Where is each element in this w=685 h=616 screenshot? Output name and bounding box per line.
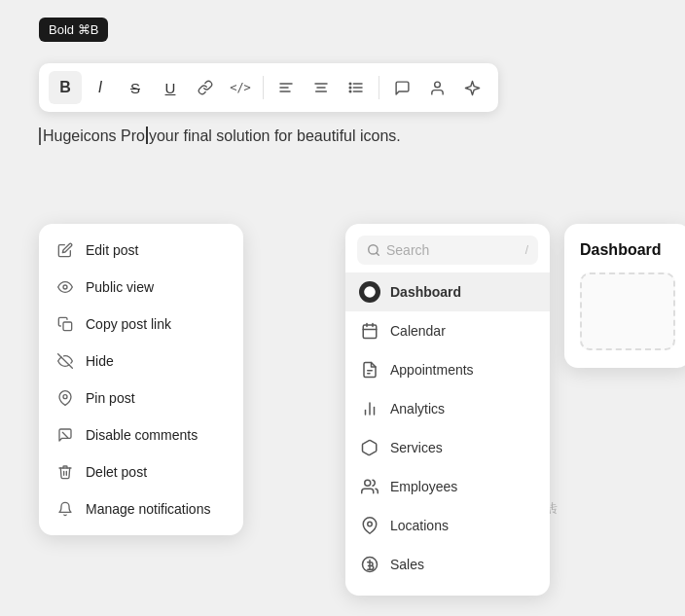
link-icon (198, 80, 213, 95)
sparkle-icon (464, 80, 481, 96)
svg-point-10 (349, 87, 351, 89)
context-item-disable-comments[interactable]: Disable comments (39, 417, 243, 453)
dashboard-title: Dashboard (580, 241, 675, 259)
italic-button[interactable]: I (84, 71, 117, 104)
divider-1 (263, 76, 264, 99)
dashboard-label: Dashboard (390, 284, 461, 300)
hide-icon (56, 352, 74, 370)
context-item-copy-link[interactable]: Copy post link (39, 306, 243, 343)
svg-line-17 (62, 432, 67, 437)
sidebar-item-employees[interactable]: Employees (345, 467, 550, 506)
ai-button[interactable] (455, 71, 488, 104)
align-center-button[interactable] (305, 71, 338, 104)
calendar-label: Calendar (390, 323, 446, 339)
svg-rect-21 (363, 325, 377, 339)
align-center-icon (313, 80, 329, 95)
context-item-delet-post[interactable]: Delet post (39, 453, 243, 490)
sidebar-item-appointments[interactable]: Appointments (345, 350, 550, 389)
svg-point-20 (364, 286, 376, 298)
hide-label: Hide (86, 353, 114, 369)
edit-icon (56, 241, 74, 259)
sales-label: Sales (390, 557, 424, 572)
search-bar[interactable]: Search / (357, 236, 538, 265)
analytics-icon (359, 398, 380, 419)
pin-icon (56, 389, 74, 407)
search-placeholder: Search (386, 242, 520, 258)
dashboard-preview: Dashboard (564, 224, 685, 368)
svg-point-12 (434, 82, 440, 88)
calendar-icon (359, 320, 380, 342)
search-icon (367, 243, 380, 257)
disable-comments-icon (56, 426, 74, 444)
svg-point-9 (349, 83, 351, 85)
sidebar-panel: Search / Dashboard Calendar (345, 224, 550, 596)
svg-rect-14 (63, 322, 72, 331)
employees-icon (359, 476, 380, 497)
edit-post-label: Edit post (86, 242, 138, 258)
formatting-toolbar: B I S U </> (39, 63, 498, 112)
tooltip-text: Bold ⌘B (49, 22, 98, 37)
appointments-label: Appointments (390, 362, 474, 378)
context-item-manage-notifications[interactable]: Manage notifications (39, 490, 243, 527)
user-icon (429, 80, 446, 96)
editor-text-before: Hugeicons Pro (43, 127, 145, 144)
editor-text-after: your final solution for beautiful icons. (149, 127, 401, 144)
bold-tooltip: Bold ⌘B (39, 18, 108, 42)
services-label: Services (390, 440, 443, 455)
services-icon (359, 437, 380, 458)
search-shortcut: / (525, 243, 528, 257)
comment-icon (394, 80, 411, 96)
align-left-icon (278, 80, 294, 95)
dashboard-icon (359, 281, 380, 303)
svg-point-30 (365, 480, 371, 486)
copy-icon (56, 315, 74, 333)
list-button[interactable] (340, 71, 373, 104)
context-item-public-view[interactable]: Public view (39, 269, 243, 306)
appointments-icon (359, 359, 380, 380)
dashboard-card (580, 272, 675, 350)
sidebar-item-dashboard[interactable]: Dashboard (345, 272, 550, 311)
divider-2 (379, 76, 379, 99)
underline-button[interactable]: U (154, 71, 187, 104)
public-view-label: Public view (86, 279, 154, 295)
sidebar-item-sales[interactable]: Sales (345, 545, 550, 584)
sidebar-item-services[interactable]: Services (345, 428, 550, 467)
delet-post-label: Delet post (86, 464, 147, 480)
sidebar-item-analytics[interactable]: Analytics (345, 389, 550, 428)
sales-icon (359, 554, 380, 575)
employees-label: Employees (390, 479, 457, 494)
context-menu: Edit post Public view Copy post link (39, 224, 243, 535)
align-left-button[interactable] (270, 71, 303, 104)
strikethrough-button[interactable]: S (119, 71, 152, 104)
context-item-edit-post[interactable]: Edit post (39, 232, 243, 269)
disable-comments-label: Disable comments (86, 427, 198, 443)
trash-icon (56, 463, 74, 481)
manage-notifications-label: Manage notifications (86, 501, 210, 517)
locations-icon (359, 515, 380, 536)
comment-button[interactable] (385, 71, 418, 104)
text-cursor (146, 127, 148, 144)
eye-icon (56, 278, 74, 296)
svg-point-31 (368, 522, 373, 526)
svg-point-13 (63, 285, 67, 289)
link-button[interactable] (189, 71, 222, 104)
bold-button[interactable]: B (49, 71, 82, 104)
bell-icon (56, 500, 74, 518)
sidebar-item-calendar[interactable]: Calendar (345, 311, 550, 350)
svg-point-11 (349, 91, 351, 92)
analytics-label: Analytics (390, 401, 445, 417)
context-item-pin-post[interactable]: Pin post (39, 380, 243, 417)
code-button[interactable]: </> (224, 71, 257, 104)
svg-point-16 (63, 395, 67, 399)
sidebar-item-locations[interactable]: Locations (345, 506, 550, 545)
pin-post-label: Pin post (86, 390, 135, 406)
editor-area[interactable]: Hugeicons Proyour final solution for bea… (39, 127, 646, 145)
locations-label: Locations (390, 518, 449, 533)
list-icon (348, 80, 364, 95)
mention-button[interactable] (420, 71, 453, 104)
context-item-hide[interactable]: Hide (39, 343, 243, 380)
svg-line-19 (377, 253, 379, 256)
copy-link-label: Copy post link (86, 316, 171, 332)
